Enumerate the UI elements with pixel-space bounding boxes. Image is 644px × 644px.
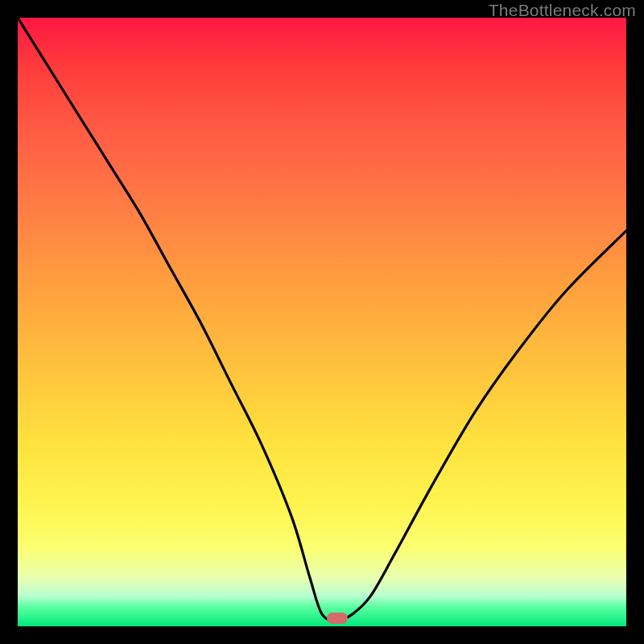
watermark-text: TheBottleneck.com xyxy=(489,1,636,20)
chart-frame: TheBottleneck.com xyxy=(0,0,644,644)
gradient-plot-area xyxy=(18,18,626,626)
optimal-marker xyxy=(327,613,348,624)
bottleneck-curve xyxy=(18,18,626,626)
